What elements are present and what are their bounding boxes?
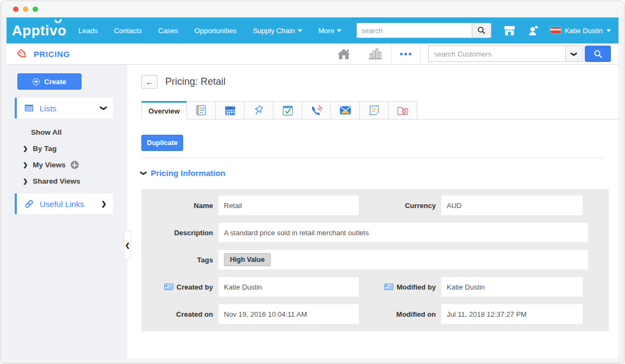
pricing-information-panel: Name Retail Currency AUD Description A s… xyxy=(141,189,609,331)
modified-by-label: Modified by xyxy=(359,283,436,291)
minimize-window-icon[interactable] xyxy=(23,7,28,12)
left-sidebar: Create Lists xyxy=(7,65,127,359)
created-on-value[interactable]: Nov 19, 2016 10:04:11 AM xyxy=(218,304,359,324)
chevron-down-icon xyxy=(298,29,302,32)
nav-more[interactable]: More xyxy=(318,27,342,35)
sidebar-my-views[interactable]: ❯ My Views xyxy=(23,161,127,169)
close-window-icon[interactable] xyxy=(13,7,18,12)
email-icon xyxy=(339,105,352,115)
user-icon xyxy=(528,24,540,36)
chevron-right-icon: ❯ xyxy=(23,145,28,152)
sidebar-by-tag[interactable]: ❯ By Tag xyxy=(23,145,127,153)
flag-icon xyxy=(551,27,561,34)
sidebar-lists[interactable]: Lists ❯ xyxy=(15,98,113,118)
create-button[interactable]: Create xyxy=(17,73,82,90)
main-content: ← Pricing: Retail Overview xyxy=(127,65,618,359)
tags-label: Tags xyxy=(149,256,213,264)
tab-calendar[interactable] xyxy=(215,101,245,119)
chevron-down-icon xyxy=(337,29,341,32)
add-view-icon[interactable] xyxy=(71,161,79,169)
news-feed-icon xyxy=(195,105,207,116)
tab-follow-ups[interactable] xyxy=(244,101,273,119)
field-row: Description A standard price sold in ret… xyxy=(149,223,609,242)
phone-icon xyxy=(310,105,323,116)
modified-on-label: Modified on xyxy=(359,310,436,318)
user-name: Katie Dustin xyxy=(565,27,603,35)
tab-documents[interactable] xyxy=(388,101,417,119)
tasks-icon xyxy=(282,105,293,116)
main-nav: Leads Contacts Cases Opportunities Suppl… xyxy=(78,27,341,35)
nav-supply-chain[interactable]: Supply Chain xyxy=(253,27,302,35)
home-icon xyxy=(337,48,351,60)
more-options-button[interactable] xyxy=(391,53,420,55)
modified-on-value[interactable]: Jul 11, 2018 12:37:27 PM xyxy=(441,304,583,324)
user-menu[interactable]: Katie Dustin xyxy=(551,27,611,35)
search-icon xyxy=(593,49,603,59)
tab-emails[interactable] xyxy=(330,101,360,119)
tab-news-feed[interactable] xyxy=(186,101,216,119)
tab-tasks[interactable] xyxy=(273,101,302,119)
divider xyxy=(141,158,604,158)
nav-leads[interactable]: Leads xyxy=(78,27,97,35)
duplicate-button[interactable]: Duplicate xyxy=(141,135,183,151)
page-title: Pricing: Retail xyxy=(165,76,226,87)
bar-chart-icon xyxy=(368,47,382,60)
app-window: Apptivo Leads Contacts Cases Opportuniti… xyxy=(1,1,624,363)
plus-icon xyxy=(33,78,40,85)
pricing-information-section-toggle[interactable]: ❯ Pricing Information xyxy=(141,168,618,178)
nav-contacts[interactable]: Contacts xyxy=(114,27,142,35)
nav-opportunities[interactable]: Opportunities xyxy=(195,27,236,35)
created-on-label: Created on xyxy=(149,310,213,318)
name-value[interactable]: Retail xyxy=(218,196,359,215)
logo-text: Apptivo xyxy=(12,22,66,39)
description-label: Description xyxy=(149,229,213,237)
home-button[interactable] xyxy=(328,48,359,60)
search-scope-dropdown[interactable]: ❯ xyxy=(565,46,583,62)
app-store-button[interactable] xyxy=(503,24,516,36)
back-arrow-icon: ← xyxy=(146,78,153,86)
tags-value[interactable]: High Value xyxy=(218,250,588,269)
id-card-icon xyxy=(384,284,393,290)
store-icon xyxy=(503,24,516,36)
field-row: Created on Nov 19, 2016 10:04:11 AM Modi… xyxy=(149,304,609,324)
top-navigation-bar: Apptivo Leads Contacts Cases Opportuniti… xyxy=(7,17,618,43)
created-by-value[interactable]: Katie Dustin xyxy=(218,277,359,297)
chevron-down-icon xyxy=(607,29,611,32)
search-icon xyxy=(477,26,486,35)
employees-button[interactable] xyxy=(528,24,540,36)
price-tag-icon xyxy=(16,48,29,60)
calendar-icon xyxy=(224,105,236,116)
divider xyxy=(420,43,421,64)
sidebar-useful-links[interactable]: Useful Links ❯ xyxy=(15,193,113,214)
chevron-down-icon: ❯ xyxy=(100,105,108,111)
leaf-icon xyxy=(54,18,62,24)
nav-cases[interactable]: Cases xyxy=(158,27,178,35)
sidebar-collapse-handle[interactable]: ❮ xyxy=(124,231,131,259)
sidebar-shared-views[interactable]: ❯ Shared Views xyxy=(23,177,127,185)
chevron-right-icon: ❯ xyxy=(23,178,28,185)
window-titlebar xyxy=(1,1,624,17)
currency-value[interactable]: AUD xyxy=(441,196,583,215)
name-label: Name xyxy=(149,202,213,210)
table-icon xyxy=(24,104,34,112)
field-row: Created by Katie Dustin Modified by Kati… xyxy=(149,277,609,297)
currency-label: Currency xyxy=(359,202,436,210)
back-button[interactable]: ← xyxy=(141,75,158,89)
description-value[interactable]: A standard price sold in retail merchant… xyxy=(218,223,588,242)
customer-search-button[interactable] xyxy=(585,46,611,62)
tag-chip[interactable]: High Value xyxy=(224,253,271,266)
maximize-window-icon[interactable] xyxy=(33,7,38,12)
chevron-right-icon: ❯ xyxy=(101,200,107,208)
sidebar-show-all[interactable]: Show All xyxy=(31,128,127,136)
apptivo-logo[interactable]: Apptivo xyxy=(12,22,66,39)
created-by-label: Created by xyxy=(149,283,213,291)
customer-search-input[interactable] xyxy=(428,46,565,62)
tab-calls[interactable] xyxy=(302,101,331,119)
reports-button[interactable] xyxy=(359,47,391,60)
id-card-icon xyxy=(164,284,173,290)
global-search-button[interactable] xyxy=(472,23,491,38)
modified-by-value[interactable]: Katie Dustin xyxy=(441,277,583,297)
tab-notes[interactable] xyxy=(359,101,389,119)
global-search-input[interactable] xyxy=(357,23,472,38)
tab-overview[interactable]: Overview xyxy=(141,101,187,120)
